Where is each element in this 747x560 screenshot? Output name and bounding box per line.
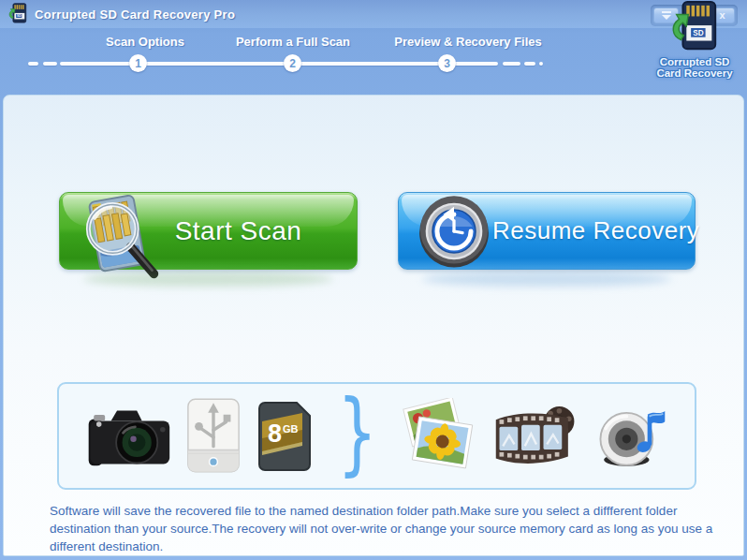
step-circle-2: 2 [284, 54, 301, 72]
camera-icon [85, 404, 171, 469]
progress-dash [28, 62, 38, 66]
start-scan-button[interactable]: Start Scan [59, 192, 358, 270]
audio-speaker-icon [593, 402, 668, 471]
sd-card-logo-icon: SD [667, 0, 722, 56]
usb-drive-icon [184, 397, 242, 476]
curly-brace: } [337, 395, 377, 472]
logo-sd-label: SD [693, 29, 703, 37]
sd-capacity-unit: GB [283, 423, 299, 435]
time-machine-icon [416, 193, 492, 270]
logo-text-line1: Corrupted SD [646, 56, 743, 67]
app-window: SD Corrupted SD Card Recovery Pro – x Sc… [0, 0, 747, 560]
resume-recovery-button[interactable]: Resume Recovery [398, 192, 696, 270]
sd-card-magnifier-icon [73, 193, 163, 283]
svg-text:SD: SD [17, 14, 22, 18]
supported-media-panel: 8 GB } [57, 382, 696, 490]
photos-icon [399, 398, 479, 475]
progress-dash [539, 62, 543, 66]
resume-recovery-label: Resume Recovery [492, 216, 720, 245]
step-label-full-scan: Perform a Full Scan [236, 35, 350, 49]
window-title: Corrupted SD Card Recovery Pro [35, 7, 235, 22]
sd-card-icon: 8 GB [256, 401, 315, 472]
start-scan-label: Start Scan [175, 216, 345, 246]
wizard-header: Scan Options Perform a Full Scan Preview… [0, 28, 747, 96]
logo-text-line2: Card Recovery [646, 67, 743, 79]
film-strip-icon [492, 402, 580, 471]
content-panel: Start Scan Resume Recovery [3, 95, 744, 556]
sd-capacity-number: 8 [268, 420, 282, 448]
app-logo: SD Corrupted SD Card Recovery [646, 0, 743, 79]
progress-dash [503, 62, 520, 66]
step-circle-1: 1 [129, 54, 147, 72]
step-label-scan-options: Scan Options [106, 35, 184, 49]
app-icon: SD [7, 3, 28, 25]
destination-note: Software will save the recovered file to… [50, 502, 720, 555]
progress-line [60, 62, 498, 66]
progress-dash [43, 62, 57, 66]
progress-dash [524, 62, 535, 66]
title-bar[interactable]: SD Corrupted SD Card Recovery Pro – x [0, 0, 747, 28]
step-label-preview-recovery: Preview & Recovery Files [394, 35, 542, 49]
step-circle-3: 3 [438, 54, 456, 72]
